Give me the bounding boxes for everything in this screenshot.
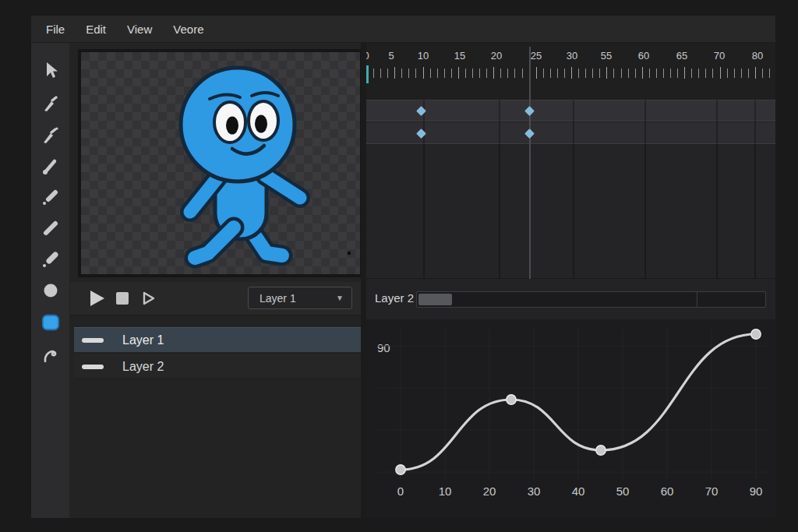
eraser-tool-icon[interactable]	[41, 249, 61, 270]
curve-editor[interactable]: 90 01020304050607090	[366, 319, 775, 518]
menu-edit[interactable]: Edit	[86, 23, 106, 36]
ruler-tick	[578, 69, 579, 78]
ruler-tick	[394, 67, 395, 79]
timeline-track-1[interactable]	[366, 100, 775, 122]
ruler-tick	[656, 69, 657, 78]
canvas-artifact-dot	[348, 252, 351, 255]
ruler-tick	[493, 67, 494, 79]
x-axis-label: 90	[750, 484, 763, 498]
timeline-grid-line	[499, 100, 500, 279]
timeline-section-line	[529, 47, 531, 279]
ruler-tick	[705, 69, 706, 78]
ruler-tick	[458, 67, 459, 79]
ruler-tick	[712, 69, 713, 78]
curve-control-point[interactable]	[596, 446, 606, 455]
timeline-grid-line	[644, 100, 646, 279]
ruler-label: 25	[531, 50, 542, 62]
timeline-panel: 0510152025305560657080 Layer 2 90 010203…	[366, 43, 775, 518]
ruler-tick	[748, 69, 749, 78]
ruler-tick	[628, 69, 629, 78]
ruler-tick	[621, 69, 622, 78]
curve-control-point[interactable]	[751, 329, 761, 339]
ruler-label: 10	[418, 50, 429, 62]
ruler-tick	[727, 69, 728, 78]
layer-row-1[interactable]: Layer 1	[74, 327, 361, 352]
timeline-grid-line	[423, 100, 425, 279]
menu-veore[interactable]: Veore	[173, 23, 203, 36]
ruler-tick	[663, 69, 664, 78]
layer-row-2[interactable]: Layer 2	[74, 354, 361, 379]
ruler-tick	[507, 69, 508, 78]
pen-tool-icon[interactable]	[41, 94, 61, 115]
menu-view[interactable]: View	[127, 23, 152, 36]
ruler-tick	[684, 67, 685, 79]
rectangle-tool-icon[interactable]	[41, 312, 61, 333]
ruler-label: 15	[454, 50, 465, 62]
ruler-tick	[670, 69, 671, 78]
menu-file[interactable]: File	[46, 23, 65, 36]
layer-visibility-dash-icon[interactable]	[82, 338, 104, 343]
curve-editor-header: Layer 2	[366, 279, 775, 319]
timeline-grid[interactable]	[366, 145, 775, 279]
knife-tool-icon[interactable]	[41, 187, 61, 207]
x-axis-label: 10	[439, 484, 452, 498]
ruler-label: 30	[567, 50, 577, 62]
curve-pen-tool-icon[interactable]	[41, 345, 61, 365]
pencil-tool-icon[interactable]	[41, 218, 61, 238]
timeline-grid-line	[716, 100, 718, 279]
ruler-tick	[762, 69, 763, 78]
ruler-tick	[423, 67, 424, 79]
tool-palette	[31, 43, 70, 518]
scrollbar-thumb[interactable]	[418, 294, 452, 305]
brush-tool-icon[interactable]	[41, 156, 61, 176]
ruler-tick	[613, 69, 614, 78]
panel-divider[interactable]	[361, 43, 366, 518]
ruler-tick	[472, 69, 473, 78]
ruler-tick	[543, 69, 544, 78]
ruler-tick	[635, 69, 636, 78]
ruler-tick	[550, 69, 551, 78]
menu-bar: File Edit View Veore	[31, 16, 775, 43]
curve-control-point[interactable]	[396, 465, 405, 474]
scrollbar-divider	[697, 292, 697, 307]
stop-button[interactable]	[113, 289, 132, 308]
ruler-label: 60	[638, 50, 649, 62]
pen-alt-tool-icon[interactable]	[41, 125, 61, 146]
chevron-down-icon: ▼	[336, 294, 344, 302]
timeline-track-2[interactable]	[366, 122, 775, 144]
ruler-tick	[500, 69, 501, 78]
ellipse-tool-icon[interactable]	[41, 280, 61, 301]
animation-canvas[interactable]	[78, 49, 363, 277]
ruler-tick	[599, 69, 600, 78]
left-panel: Layer 1 ▼ Layer 1 Layer 2	[70, 43, 361, 518]
layer-select-dropdown[interactable]: Layer 1 ▼	[248, 287, 352, 309]
ruler-tick	[451, 69, 452, 78]
x-axis-label: 20	[483, 484, 496, 498]
x-axis-label: 60	[661, 484, 674, 498]
play-button[interactable]	[87, 289, 106, 308]
ruler-tick	[741, 69, 742, 78]
ruler-label: 70	[714, 50, 725, 62]
x-axis-label: 50	[616, 484, 630, 498]
select-tool-icon[interactable]	[41, 60, 61, 80]
ruler-label: 0	[366, 50, 369, 62]
ruler-tick	[387, 69, 388, 78]
playhead[interactable]	[366, 65, 369, 83]
step-forward-button[interactable]	[139, 289, 158, 308]
curve-control-point[interactable]	[507, 395, 516, 404]
layer-visibility-dash-icon[interactable]	[82, 365, 104, 369]
ruler-tick	[522, 69, 523, 78]
timeline-grid-line	[573, 100, 574, 279]
ruler-tick	[642, 67, 643, 79]
ruler-tick	[430, 69, 431, 78]
ruler-tick	[486, 69, 487, 78]
ruler-tick	[380, 69, 381, 78]
ruler-tick	[585, 69, 586, 78]
ruler-tick	[514, 69, 515, 78]
ruler-tick	[571, 67, 572, 79]
ruler-label: 80	[752, 50, 763, 62]
ruler-tick	[437, 69, 438, 78]
ruler-label: 65	[676, 50, 687, 62]
ruler-tick	[649, 69, 650, 78]
timeline-scrollbar[interactable]	[416, 291, 766, 308]
